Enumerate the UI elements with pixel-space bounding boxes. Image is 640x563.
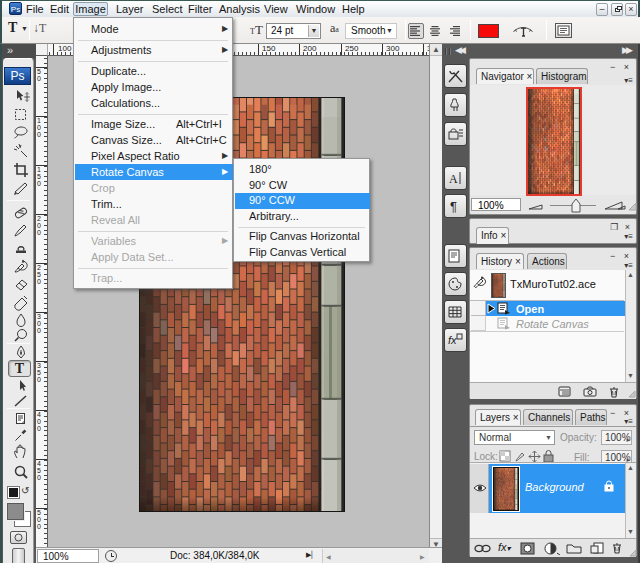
svg-text:fx: fx — [448, 334, 457, 346]
svg-text:A: A — [449, 172, 458, 186]
svg-text:¶: ¶ — [450, 199, 457, 214]
